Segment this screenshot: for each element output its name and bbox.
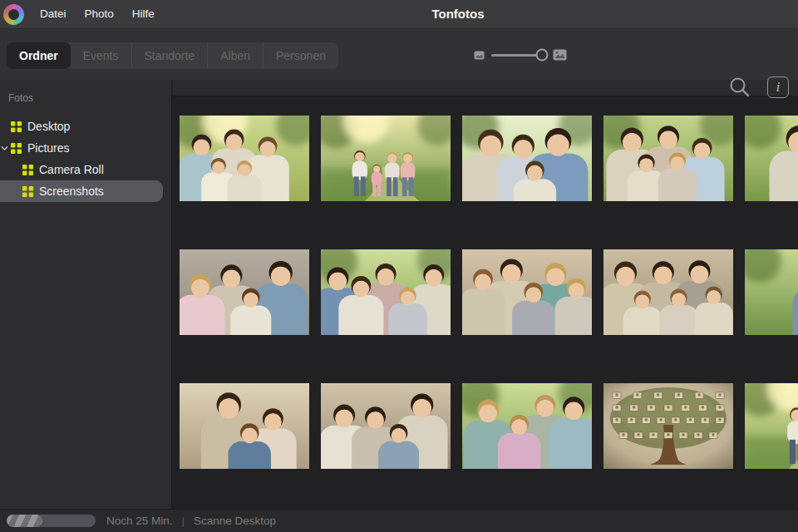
folder-grid-icon (22, 186, 33, 197)
photo-image (321, 383, 451, 469)
info-icon: i (776, 80, 780, 95)
photo-thumbnail[interactable] (321, 116, 451, 201)
sidebar-item-desktop[interactable]: Desktop (0, 116, 171, 137)
photo-thumbnail[interactable] (745, 249, 798, 335)
photo-image (603, 116, 733, 201)
menu-item-photo[interactable]: Photo (76, 0, 123, 28)
sidebar-item-label: Camera Roll (39, 163, 104, 176)
tab-events[interactable]: Events (71, 42, 132, 69)
thumbnail-large-icon (553, 49, 567, 61)
photo-image (603, 249, 733, 335)
photo-image (462, 383, 592, 469)
photo-image (745, 383, 798, 469)
sidebar-item-label: Pictures (27, 141, 70, 155)
photo-thumbnail[interactable] (462, 383, 592, 469)
menu-item-hilfe[interactable]: Hilfe (123, 0, 164, 28)
photo-thumbnail[interactable] (321, 249, 451, 335)
tab-personen[interactable]: Personen (264, 42, 338, 69)
photo-thumbnail[interactable] (180, 249, 309, 335)
view-tabs: OrdnerEventsStandorteAlbenPersonen (7, 42, 338, 69)
chevron-down-icon[interactable] (1, 145, 8, 152)
time-remaining-text: Noch 25 Min. (106, 515, 173, 527)
menubar: DateiPhotoHilfe Tonfotos (0, 0, 798, 28)
window-title: Tonfotos (431, 0, 484, 28)
photo-image (745, 249, 798, 335)
folder-grid-icon (11, 143, 22, 154)
tab-standorte[interactable]: Standorte (132, 42, 209, 69)
tab-alben[interactable]: Alben (208, 42, 264, 69)
folder-grid-icon (22, 165, 33, 175)
sidebar-item-label: Screenshots (39, 185, 104, 198)
photo-thumbnail[interactable] (745, 383, 798, 469)
search-icon (728, 76, 751, 98)
photo-thumbnail[interactable] (462, 116, 592, 201)
menu-item-datei[interactable]: Datei (31, 0, 76, 28)
sidebar-item-screenshots[interactable]: Screenshots (0, 180, 163, 202)
photo-image (603, 383, 733, 469)
photo-grid (180, 116, 798, 469)
info-button[interactable]: i (767, 76, 789, 98)
photo-thumbnail[interactable] (603, 116, 733, 201)
photo-image (180, 249, 309, 335)
photo-thumbnail[interactable] (321, 383, 451, 469)
thumbnail-small-icon (474, 51, 485, 60)
scan-activity-text: Scanne Desktop (194, 515, 276, 527)
photo-image (180, 116, 309, 201)
photo-thumbnail[interactable] (180, 383, 309, 469)
sidebar: Fotos DesktopPicturesCamera RollScreensh… (0, 80, 172, 509)
photo-image (180, 383, 309, 469)
toolbar: OrdnerEventsStandorteAlbenPersonen i (0, 28, 798, 80)
scan-progress-bar (7, 515, 96, 527)
photo-thumbnail[interactable] (180, 116, 309, 201)
thumbnail-size-slider-track[interactable] (491, 54, 546, 57)
sidebar-section-label: Fotos (8, 92, 171, 104)
folder-grid-icon (11, 121, 22, 132)
search-button[interactable] (728, 76, 751, 101)
photo-image (462, 249, 592, 335)
thumbnail-size-slider-group (474, 29, 567, 81)
photo-image (321, 116, 451, 201)
sidebar-item-pictures[interactable]: Pictures (0, 137, 171, 159)
sidebar-item-label: Desktop (27, 120, 70, 133)
status-separator: | (182, 515, 185, 527)
photo-content-area (173, 80, 798, 509)
content-header-strip (173, 80, 798, 96)
photo-thumbnail[interactable] (462, 249, 592, 335)
sidebar-item-camera-roll[interactable]: Camera Roll (0, 159, 171, 180)
app-logo-color-wheel-icon (3, 4, 24, 25)
photo-image (462, 116, 592, 201)
photo-image (745, 116, 798, 201)
tab-ordner[interactable]: Ordner (7, 42, 71, 69)
menubar-items: DateiPhotoHilfe (31, 0, 164, 28)
photo-thumbnail[interactable] (603, 383, 733, 469)
photo-image (321, 249, 451, 335)
statusbar: Noch 25 Min. | Scanne Desktop (0, 509, 798, 532)
thumbnail-size-slider-thumb[interactable] (535, 49, 548, 62)
photo-thumbnail[interactable] (745, 116, 798, 201)
photo-thumbnail[interactable] (603, 249, 733, 335)
scan-progress-fill (7, 515, 42, 527)
folder-tree: DesktopPicturesCamera RollScreenshots (0, 116, 171, 202)
